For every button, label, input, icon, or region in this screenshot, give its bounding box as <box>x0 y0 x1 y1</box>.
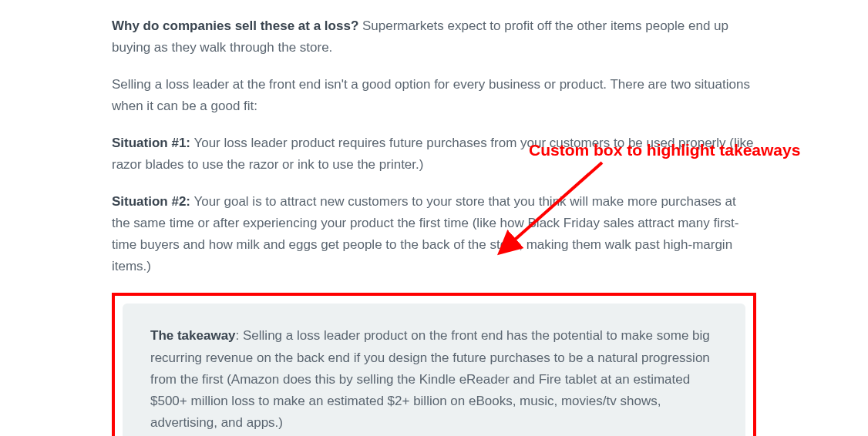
bold-lead-why: Why do companies sell these at a loss? <box>112 18 358 33</box>
bold-lead-sit1: Situation #1: <box>112 136 190 150</box>
paragraph-why: Why do companies sell these at a loss? S… <box>112 15 756 59</box>
bold-lead-sit2: Situation #2: <box>112 194 190 209</box>
article-content: Why do companies sell these at a loss? S… <box>0 0 868 436</box>
takeaway-box: The takeaway: Selling a loss leader prod… <box>123 304 745 436</box>
takeaway-text: The takeaway: Selling a loss leader prod… <box>150 325 718 433</box>
body-sit2: Your goal is to attract new customers to… <box>112 194 738 273</box>
takeaway-highlight-border: The takeaway: Selling a loss leader prod… <box>112 293 756 436</box>
annotation-label: Custom box to highlight takeaways <box>529 137 800 164</box>
paragraph-intro: Selling a loss leader at the front end i… <box>112 74 756 117</box>
paragraph-situation-2: Situation #2: Your goal is to attract ne… <box>112 191 756 277</box>
takeaway-body: : Selling a loss leader product on the f… <box>150 328 710 429</box>
takeaway-label: The takeaway <box>150 328 236 343</box>
